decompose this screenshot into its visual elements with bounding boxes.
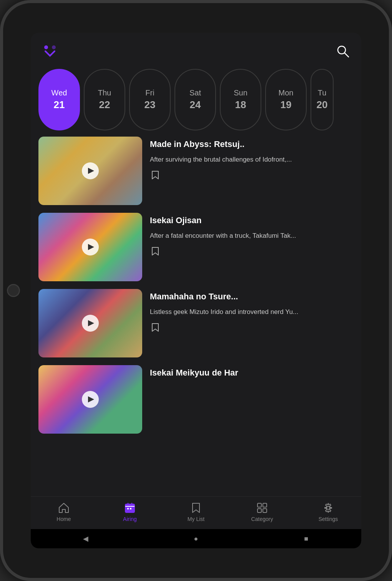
day-number: 18 bbox=[235, 99, 246, 111]
calendar-day-sat[interactable]: Sat24 bbox=[174, 69, 216, 130]
anime-description: Listless geek Mizuto Irido and introvert… bbox=[150, 307, 354, 317]
anime-title: Made in Abyss: Retsuj.. bbox=[150, 139, 354, 150]
anime-info: Isekai OjisanAfter a fatal encounter wit… bbox=[150, 213, 354, 257]
nav-label: Home bbox=[56, 516, 71, 522]
anime-list-item: Mamahaha no Tsure...Listless geek Mizuto… bbox=[38, 289, 354, 357]
anime-thumbnail[interactable] bbox=[38, 365, 142, 434]
svg-rect-9 bbox=[130, 508, 131, 509]
nav-label: Airing bbox=[123, 516, 137, 522]
anime-title: Isekai Ojisan bbox=[150, 215, 354, 226]
anime-info: Mamahaha no Tsure...Listless geek Mizuto… bbox=[150, 289, 354, 333]
nav-item-my-list[interactable]: My List bbox=[163, 502, 229, 522]
day-name: Tu bbox=[318, 88, 327, 97]
calendar-day-wed[interactable]: Wed21 bbox=[38, 69, 80, 130]
home-button[interactable]: ● bbox=[191, 534, 201, 543]
anime-thumbnail[interactable] bbox=[38, 289, 142, 357]
recents-button[interactable]: ■ bbox=[302, 534, 311, 543]
calendar-day-mon[interactable]: Mon19 bbox=[265, 69, 307, 130]
bookmark-icon[interactable] bbox=[150, 246, 161, 257]
home-icon bbox=[58, 502, 70, 514]
day-number: 20 bbox=[317, 99, 328, 111]
bottom-nav: HomeAiringMy ListCategorySettings bbox=[31, 496, 361, 529]
anime-info: Isekai Meikyuu de Har bbox=[150, 365, 354, 383]
svg-point-1 bbox=[52, 45, 56, 49]
day-name: Sat bbox=[189, 88, 201, 97]
anime-title: Mamahaha no Tsure... bbox=[150, 291, 354, 302]
nav-label: Category bbox=[251, 516, 273, 522]
device-screen: Wed21Thu22Fri23Sat24Sun18Mon19Tu20 Made … bbox=[31, 33, 361, 548]
device-frame: Wed21Thu22Fri23Sat24Sun18Mon19Tu20 Made … bbox=[0, 0, 392, 581]
day-name: Thu bbox=[98, 88, 111, 97]
grid-icon bbox=[256, 502, 268, 514]
nav-item-airing[interactable]: Airing bbox=[97, 502, 163, 522]
android-nav-bar: ◀ ● ■ bbox=[31, 529, 361, 548]
search-icon[interactable] bbox=[336, 44, 350, 58]
bookmark-icon[interactable] bbox=[150, 322, 161, 333]
calendar-icon bbox=[124, 502, 136, 514]
back-button[interactable]: ◀ bbox=[81, 534, 90, 543]
day-name: Sun bbox=[234, 88, 247, 97]
svg-rect-13 bbox=[263, 509, 267, 513]
anime-description: After a fatal encounter with a truck, Ta… bbox=[150, 231, 354, 241]
header bbox=[31, 33, 361, 66]
play-button[interactable] bbox=[82, 162, 99, 179]
nav-item-settings[interactable]: Settings bbox=[295, 502, 361, 522]
calendar-day-thu[interactable]: Thu22 bbox=[84, 69, 125, 130]
anime-description: After surviving the brutal challenges of… bbox=[150, 155, 354, 165]
bookmark-icon[interactable] bbox=[150, 170, 161, 180]
nav-item-home[interactable]: Home bbox=[31, 502, 97, 522]
play-button[interactable] bbox=[82, 391, 99, 408]
day-name: Fri bbox=[145, 88, 154, 97]
nav-item-category[interactable]: Category bbox=[229, 502, 295, 522]
anime-list-item: Isekai Meikyuu de Har bbox=[38, 365, 354, 434]
settings-icon bbox=[322, 502, 334, 514]
svg-line-3 bbox=[345, 53, 349, 57]
day-number: 23 bbox=[145, 99, 156, 111]
day-name: Mon bbox=[279, 88, 294, 97]
play-button[interactable] bbox=[82, 315, 99, 332]
calendar-day-fri[interactable]: Fri23 bbox=[129, 69, 171, 130]
svg-rect-11 bbox=[263, 503, 267, 507]
calendar-day-sun[interactable]: Sun18 bbox=[220, 69, 261, 130]
svg-rect-12 bbox=[257, 509, 261, 513]
anime-list: Made in Abyss: Retsuj..After surviving t… bbox=[31, 137, 361, 496]
anime-thumbnail[interactable] bbox=[38, 137, 142, 205]
bookmark-icon bbox=[190, 502, 202, 514]
day-number: 22 bbox=[99, 99, 110, 111]
nav-label: My List bbox=[188, 516, 204, 522]
day-name: Wed bbox=[51, 88, 67, 97]
day-number: 19 bbox=[281, 99, 292, 111]
header-left bbox=[42, 43, 63, 59]
app-logo-icon bbox=[42, 43, 58, 59]
svg-rect-8 bbox=[127, 508, 129, 509]
svg-point-0 bbox=[44, 45, 48, 49]
anime-list-item: Made in Abyss: Retsuj..After surviving t… bbox=[38, 137, 354, 205]
anime-list-item: Isekai OjisanAfter a fatal encounter wit… bbox=[38, 213, 354, 281]
day-number: 21 bbox=[54, 99, 65, 111]
nav-label: Settings bbox=[319, 516, 338, 522]
svg-rect-10 bbox=[257, 503, 261, 507]
svg-point-14 bbox=[327, 506, 330, 509]
anime-info: Made in Abyss: Retsuj..After surviving t… bbox=[150, 137, 354, 180]
anime-thumbnail[interactable] bbox=[38, 213, 142, 281]
calendar-day-tu[interactable]: Tu20 bbox=[311, 69, 334, 130]
svg-point-2 bbox=[338, 46, 345, 54]
play-button[interactable] bbox=[82, 239, 99, 255]
day-number: 24 bbox=[190, 99, 201, 111]
anime-title: Isekai Meikyuu de Har bbox=[150, 367, 354, 379]
calendar-strip: Wed21Thu22Fri23Sat24Sun18Mon19Tu20 bbox=[31, 66, 361, 137]
